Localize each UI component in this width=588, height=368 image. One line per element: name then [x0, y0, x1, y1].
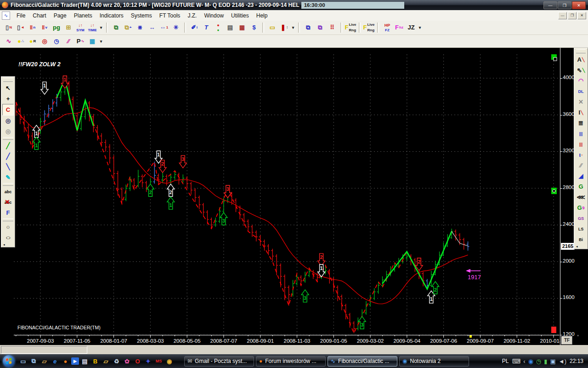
pointer-info-button[interactable]: ✐i	[188, 22, 200, 33]
tray-volume[interactable]: ◄)	[559, 358, 566, 365]
task-notowania[interactable]: ◉Notowania 2	[399, 356, 469, 367]
p-wave-tool-button[interactable]: P∿	[74, 36, 86, 47]
menu-planets[interactable]: Planets	[70, 11, 96, 20]
vertical-lines-blue-tool[interactable]: |||	[576, 128, 586, 139]
hp-fz-tool-button[interactable]: HPFZ	[381, 22, 393, 33]
jz-dropdown-button[interactable]: ▾	[417, 22, 423, 33]
keyboard-indicator[interactable]: ⌨	[512, 358, 521, 365]
scale-one-to-one-button[interactable]: ⇔1	[158, 22, 170, 33]
menu-page[interactable]: Page	[50, 11, 70, 20]
document-icon[interactable]: ∿	[2, 12, 10, 20]
open-chart-button[interactable]: ▯◄	[15, 22, 27, 33]
fit-chart-button[interactable]: ✳	[170, 22, 182, 33]
arc-tool[interactable]: ◠	[576, 75, 586, 86]
gann-square-tool[interactable]: GS	[576, 213, 586, 224]
palette-drag-handle[interactable]	[3, 78, 13, 82]
trendline-green-tool[interactable]: ╱	[3, 140, 13, 151]
grid-table-button[interactable]: ▦	[86, 36, 98, 47]
trendline-steep-tool[interactable]: ╲	[3, 161, 13, 172]
fan-lines-tool[interactable]: ⋘	[576, 192, 586, 202]
add-window-button[interactable]: ⧉+	[122, 22, 134, 33]
mdi-minimize-button[interactable]: —	[558, 12, 567, 19]
photo-viewer-icon[interactable]: ✿	[122, 356, 132, 366]
bar-pattern-tool[interactable]: ι▫	[576, 150, 586, 160]
degree-grid-button[interactable]: ⠿	[326, 22, 338, 33]
text-tool-button[interactable]: T	[200, 22, 212, 33]
ls-tool[interactable]: LS	[576, 224, 586, 234]
opera-icon[interactable]: O	[133, 356, 142, 366]
target-circles-button[interactable]: ◎	[39, 36, 51, 47]
price-chart[interactable]: 2007-09-032007-11-052008-01-072008-03-03…	[14, 48, 560, 345]
planet-clock-button[interactable]: ◷	[51, 36, 62, 47]
calendar-button[interactable]: ▦	[236, 22, 248, 33]
palette-resize-corner[interactable]: ◂	[575, 245, 587, 248]
expand-scale-button[interactable]: ↔	[146, 22, 158, 33]
wave-tool-button[interactable]: ∿	[3, 36, 15, 47]
angle-lines-button[interactable]: ∕∕	[62, 36, 74, 47]
marker-dropdown-button[interactable]: ▾	[290, 22, 296, 33]
task-fibonacci[interactable]: ∿Fibonacci/Galactic ...	[328, 356, 397, 367]
zoom-page-tool-disabled[interactable]: ◎	[3, 126, 13, 137]
pointer-tool[interactable]: ↖	[3, 83, 13, 93]
menu-help[interactable]: Help	[253, 11, 271, 20]
pen-tool[interactable]: ✎	[3, 172, 13, 183]
impulse-lines-tool[interactable]: I╲	[576, 107, 586, 118]
menu-file[interactable]: File	[13, 11, 29, 20]
tray-network[interactable]: ▣	[550, 358, 555, 365]
delete-text-tool[interactable]: abc✕	[3, 197, 13, 207]
triangle-tool[interactable]: ◢	[576, 171, 586, 181]
menu-utilities[interactable]: Utilities	[227, 11, 253, 20]
minimize-button[interactable]: —	[543, 1, 557, 9]
media-player-icon[interactable]: ▶	[71, 357, 79, 365]
intraday-bars-n-button[interactable]: ǁn	[27, 22, 39, 33]
tray-battery[interactable]: ▮	[544, 358, 547, 365]
fibonacci-tool[interactable]: F	[3, 207, 13, 218]
symbol-dropdown-button[interactable]: ▾	[98, 22, 104, 33]
print-button[interactable]: ▤	[224, 22, 236, 33]
detrend-line-tool[interactable]: DL	[576, 86, 586, 97]
page-tool-button[interactable]: pg	[51, 22, 62, 33]
taskbar-clock[interactable]: 22:13	[570, 358, 583, 364]
ms-app-icon[interactable]: MS	[154, 356, 164, 366]
palette-resize-corner[interactable]: ◂	[2, 243, 14, 247]
measure-ruler-button[interactable]: ▭	[266, 22, 278, 33]
traffic-light-signals-button[interactable]: ●●	[212, 22, 224, 33]
tray-app-blue[interactable]: ◉	[528, 358, 533, 365]
menu-chart[interactable]: Chart	[29, 11, 50, 20]
tile-windows-alt-button[interactable]: ⧉	[314, 22, 326, 33]
folder-docs-icon[interactable]: ▱	[40, 356, 49, 366]
vertical-lines-red-tool[interactable]: |||	[576, 139, 586, 150]
magnet-c-tool[interactable]: C	[2, 104, 14, 115]
restore-button[interactable]: ❐	[558, 1, 571, 9]
chrome-icon[interactable]: ◉	[164, 356, 174, 366]
price-axis[interactable]: 2165 TF 40003600320028002400200016001200	[560, 48, 576, 345]
gann-nine-tool[interactable]: G9	[576, 202, 586, 213]
timeframe-switch-button[interactable]: ↓↑TIME	[86, 22, 98, 33]
currency-button[interactable]: $	[248, 22, 260, 33]
mdi-close-button[interactable]: ✕	[577, 12, 586, 19]
tray-expand[interactable]: ‹	[523, 358, 525, 365]
media-app-icon[interactable]: ✦	[143, 356, 153, 366]
internet-explorer-icon[interactable]: e	[50, 356, 60, 366]
window-layout-button[interactable]: ⊞	[62, 22, 74, 33]
horizontal-lines-tool[interactable]: ≣	[576, 118, 586, 128]
fhz-tool-button[interactable]: Fhz	[393, 22, 405, 33]
tile-windows-button[interactable]: ⧉	[302, 22, 314, 33]
task-forum[interactable]: ●Forum inwestorów ...	[256, 356, 326, 367]
task-gmail[interactable]: ✉Gmail - Poczta syst...	[184, 356, 254, 367]
start-button[interactable]	[3, 355, 15, 367]
bittorrent-icon[interactable]: B	[90, 356, 100, 366]
menu-indicators[interactable]: Indicators	[96, 11, 127, 20]
close-button[interactable]: ✕	[572, 1, 586, 9]
circle-tool[interactable]: ○	[3, 222, 13, 232]
arrow-lines-tool[interactable]: ⇖╲	[576, 65, 586, 75]
timeframe-button[interactable]: TF	[561, 336, 572, 345]
planet-marker-button[interactable]: ●∴	[15, 36, 27, 47]
folder-files-icon[interactable]: ▱	[101, 356, 111, 366]
firefox-icon[interactable]: ●	[61, 356, 70, 366]
language-indicator[interactable]: PL	[502, 358, 509, 364]
menu-ft-tools[interactable]: FT Tools	[156, 11, 184, 20]
bi-tool[interactable]: Bi	[576, 234, 586, 245]
bar-marker-button[interactable]: ❚↕	[278, 22, 290, 33]
menu-j-z-[interactable]: J.Z.	[184, 11, 200, 20]
